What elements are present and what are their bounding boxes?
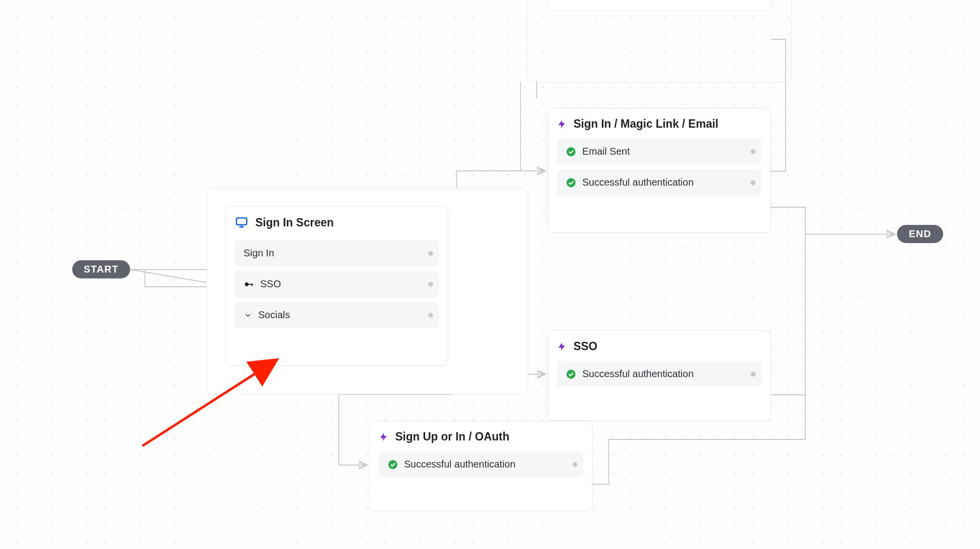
node-header: Sign Up or In / OAuth — [379, 430, 583, 443]
node-title: Sign Up or In / OAuth — [395, 430, 510, 443]
row-label: Email Sent — [582, 146, 630, 157]
chevron-down-icon — [244, 311, 252, 320]
row-success-auth[interactable]: Successful authentication — [379, 451, 583, 477]
output-port[interactable] — [428, 251, 433, 256]
svg-rect-0 — [237, 218, 247, 225]
row-label: Successful authentication — [582, 368, 694, 380]
flow-canvas[interactable]: START END Sign In Screen Sign In SSO — [0, 0, 980, 549]
monitor-icon — [235, 216, 248, 229]
output-port[interactable] — [428, 282, 433, 287]
row-success-auth[interactable]: Successful authentication — [557, 361, 762, 387]
output-port[interactable] — [572, 462, 577, 467]
svg-rect-5 — [252, 284, 253, 286]
row-label: Socials — [258, 309, 290, 321]
node-title: Sign In Screen — [255, 216, 334, 229]
end-pill[interactable]: END — [897, 225, 943, 243]
row-email-sent[interactable]: Email Sent — [557, 138, 762, 165]
node-sso[interactable]: SSO Successful authentication — [547, 330, 771, 421]
svg-point-8 — [567, 369, 575, 378]
bolt-icon — [557, 340, 567, 353]
row-signin[interactable]: Sign In — [235, 240, 439, 266]
ghost-inner-box — [547, 0, 772, 11]
node-magic-link[interactable]: Sign In / Magic Link / Email Email Sent … — [547, 108, 771, 233]
svg-point-3 — [245, 282, 248, 286]
end-label: END — [909, 228, 931, 240]
row-success-auth[interactable]: Successful authentication — [557, 169, 762, 195]
output-port[interactable] — [751, 180, 756, 185]
row-sso[interactable]: SSO — [235, 271, 439, 297]
output-port[interactable] — [751, 372, 756, 377]
bolt-icon — [379, 431, 388, 443]
check-circle-icon — [566, 146, 576, 157]
node-title: Sign In / Magic Link / Email — [573, 117, 718, 131]
row-label: Sign In — [244, 247, 274, 259]
start-label: START — [83, 264, 118, 275]
row-label: Successful authentication — [582, 177, 694, 188]
svg-point-9 — [388, 460, 397, 468]
node-header: Sign In / Magic Link / Email — [557, 117, 762, 131]
node-oauth[interactable]: Sign Up or In / OAuth Successful authent… — [369, 421, 593, 511]
start-pill[interactable]: START — [72, 260, 130, 278]
node-title: SSO — [573, 340, 598, 353]
row-label: SSO — [260, 278, 281, 290]
svg-point-7 — [567, 178, 575, 187]
row-socials[interactable]: Socials — [235, 302, 439, 328]
output-port[interactable] — [428, 313, 433, 318]
node-header: SSO — [557, 340, 762, 353]
output-port[interactable] — [751, 149, 756, 154]
row-label: Successful authentication — [404, 459, 516, 470]
svg-point-6 — [567, 147, 575, 156]
check-circle-icon — [566, 177, 576, 188]
check-circle-icon — [566, 369, 576, 380]
bolt-icon — [557, 118, 567, 131]
ghost-outer-box — [527, 0, 792, 82]
node-signin-screen[interactable]: Sign In Screen Sign In SSO Socials — [225, 206, 448, 366]
node-header: Sign In Screen — [235, 216, 439, 229]
key-icon — [244, 279, 254, 290]
check-circle-icon — [387, 459, 398, 470]
